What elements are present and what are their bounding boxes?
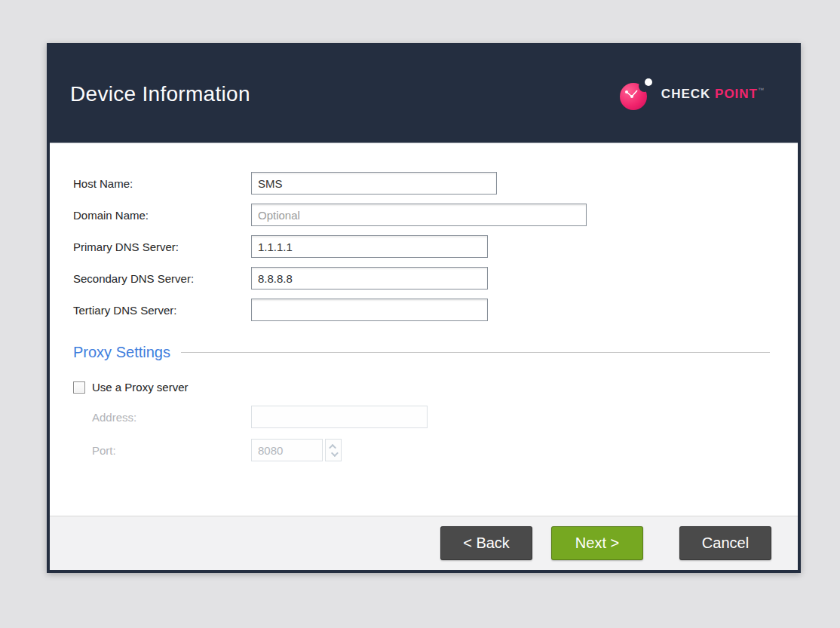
host-name-label: Host Name: <box>73 177 251 190</box>
domain-name-input[interactable] <box>251 204 587 226</box>
use-proxy-label: Use a Proxy server <box>92 381 189 394</box>
proxy-address-label: Address: <box>92 411 251 424</box>
dialog-body: Host Name: Domain Name: Primary DNS Serv… <box>50 143 798 516</box>
use-proxy-checkbox[interactable] <box>73 381 85 394</box>
proxy-address-input <box>251 406 428 428</box>
proxy-port-label: Port: <box>92 444 251 457</box>
back-button[interactable]: < Back <box>440 526 532 560</box>
constellation-icon <box>624 87 644 101</box>
section-divider <box>181 352 770 353</box>
use-proxy-row: Use a Proxy server <box>73 381 770 394</box>
secondary-dns-row: Secondary DNS Server: <box>73 267 770 289</box>
proxy-address-row: Address: <box>73 406 770 428</box>
checkpoint-logo: CHECK POINT™ <box>620 78 765 110</box>
tertiary-dns-input[interactable] <box>251 299 488 321</box>
page-title: Device Information <box>70 82 250 106</box>
checkpoint-logo-text: CHECK POINT™ <box>661 87 765 102</box>
host-name-row: Host Name: <box>73 172 770 195</box>
primary-dns-label: Primary DNS Server: <box>73 240 251 253</box>
domain-name-row: Domain Name: <box>73 204 770 226</box>
dialog-footer: < Back Next > Cancel <box>50 516 798 570</box>
primary-dns-input[interactable] <box>251 235 488 258</box>
dialog-header: Device Information CHECK POINT™ <box>50 46 798 143</box>
checkpoint-logo-icon <box>620 78 655 110</box>
proxy-port-input <box>251 439 323 461</box>
tertiary-dns-label: Tertiary DNS Server: <box>73 304 251 317</box>
host-name-input[interactable] <box>251 172 497 195</box>
primary-dns-row: Primary DNS Server: <box>73 235 770 258</box>
proxy-settings-section-header: Proxy Settings <box>73 344 770 361</box>
cancel-button[interactable]: Cancel <box>679 526 771 560</box>
proxy-settings-title: Proxy Settings <box>73 344 170 361</box>
secondary-dns-input[interactable] <box>251 267 488 289</box>
device-information-dialog: Device Information CHECK POINT™ Host Nam… <box>47 43 801 573</box>
domain-name-label: Domain Name: <box>73 209 251 222</box>
secondary-dns-label: Secondary DNS Server: <box>73 272 251 285</box>
next-button[interactable]: Next > <box>551 526 643 560</box>
proxy-port-row: Port: <box>73 439 770 461</box>
tertiary-dns-row: Tertiary DNS Server: <box>73 299 770 321</box>
port-spinner <box>325 439 342 461</box>
